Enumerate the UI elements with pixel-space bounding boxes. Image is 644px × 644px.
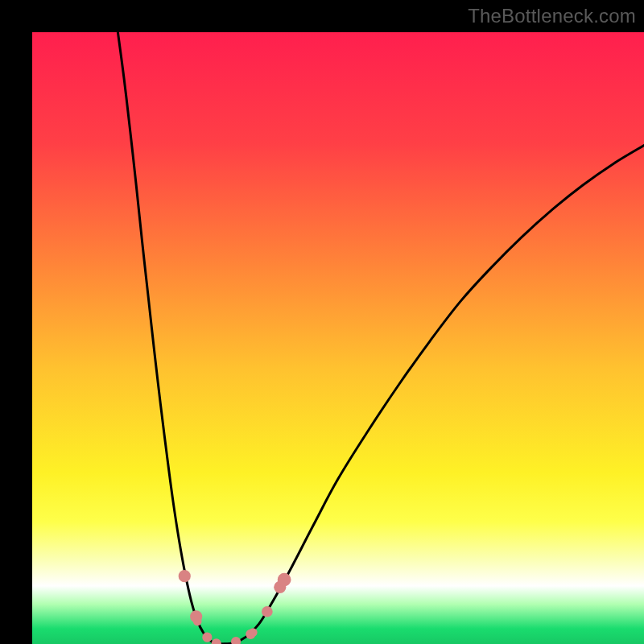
data-marker	[249, 628, 258, 637]
data-marker	[262, 606, 273, 617]
chart-frame: TheBottleneck.com	[0, 0, 644, 644]
data-marker	[179, 570, 191, 582]
watermark-text: TheBottleneck.com	[468, 5, 636, 27]
data-marker	[202, 633, 212, 642]
bottleneck-chart	[32, 32, 644, 644]
data-marker	[193, 617, 202, 626]
gradient-background	[32, 32, 644, 644]
data-marker	[278, 573, 291, 587]
